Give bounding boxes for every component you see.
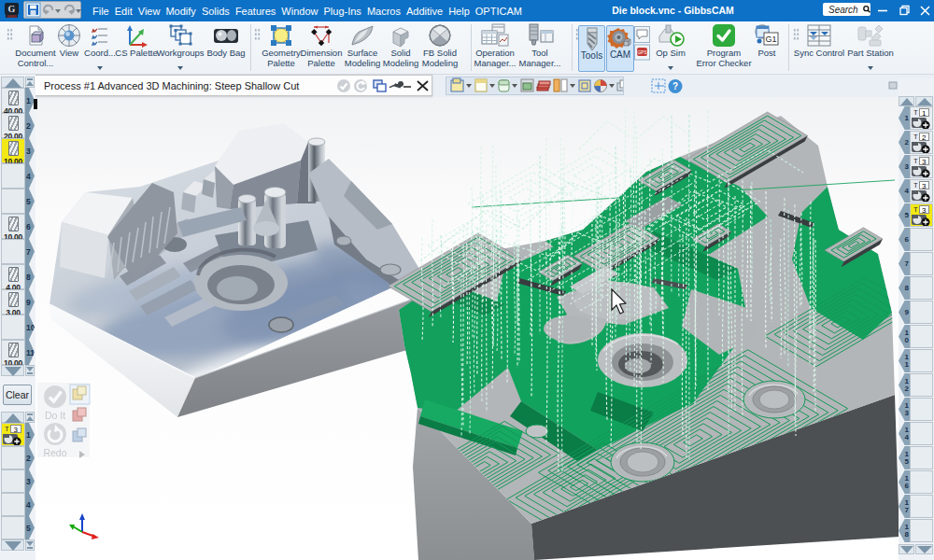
svg-text:?: ? (672, 81, 678, 91)
svg-text:GPS: GPS (637, 49, 647, 55)
svg-text:G: G (8, 4, 16, 14)
svg-text:G1: G1 (765, 35, 776, 44)
svg-text:GIBBS: GIBBS (7, 15, 17, 18)
